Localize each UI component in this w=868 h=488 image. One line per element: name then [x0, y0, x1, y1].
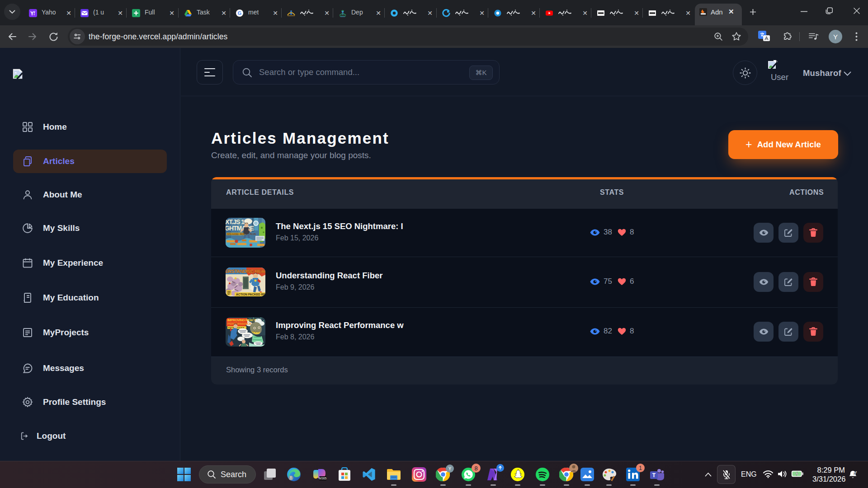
svg-text:ACTION PACKED RECONCILI: ACTION PACKED RECONCILI — [236, 293, 265, 296]
svg-text:G: G — [238, 10, 242, 16]
svg-text:T: T — [652, 472, 656, 479]
svg-text:M365: M365 — [319, 477, 327, 480]
svg-text:BREAKING RENDER PLUS: BREAKING RENDER PLUS — [227, 233, 256, 235]
svg-text:z: z — [854, 472, 855, 475]
svg-text:ERSTANDING REACT FIB: ERSTANDING REACT FIB — [226, 268, 265, 274]
svg-text:z: z — [855, 470, 857, 474]
